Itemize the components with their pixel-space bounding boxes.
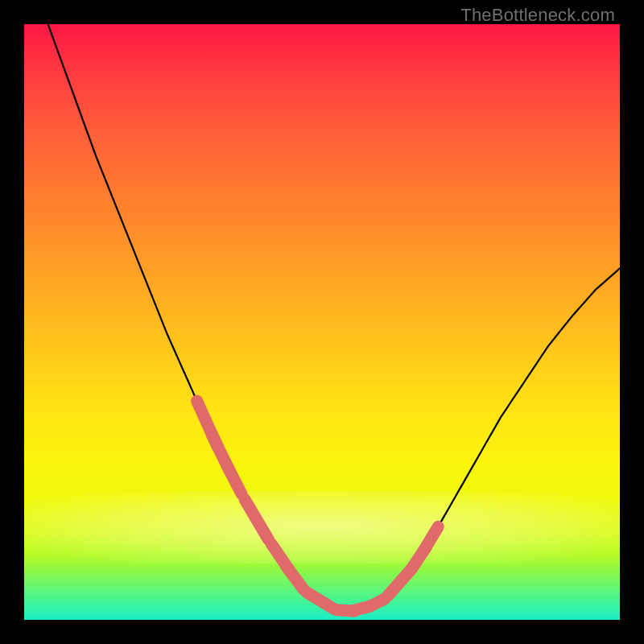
chart-plot-area [24,24,620,620]
highlight-pill [423,526,439,551]
watermark-text: TheBottleneck.com [460,5,615,26]
highlight-pill [287,566,304,590]
curve-line [48,24,620,611]
highlight-pills-group [197,401,439,611]
highlight-pill [308,592,334,609]
highlight-pill [227,465,242,494]
highlight-pill [369,599,385,606]
highlight-pill [245,499,269,539]
chart-svg [24,24,620,620]
